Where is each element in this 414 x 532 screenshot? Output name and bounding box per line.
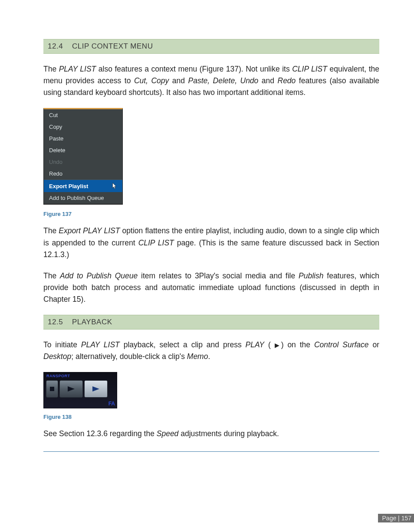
emphasis: CLIP LIST [138,238,174,247]
text-run: ( [264,340,275,349]
page-number: Page | 157 [378,514,414,522]
text-run: adjustments during playback. [178,429,279,438]
transport-figure: RANSPORT FA [43,372,117,408]
context-menu-figure: Cut Copy Paste Delete Undo Redo Export P… [43,108,123,205]
emphasis: Memo [187,352,208,361]
section-title: PLAYBACK [72,318,112,326]
stop-icon [50,387,54,391]
figure-caption-138: Figure 138 [43,414,379,420]
svg-marker-1 [68,386,75,392]
body-paragraph: The Export PLAY LIST option flattens the… [43,225,379,260]
cursor-icon [112,183,117,189]
body-paragraph: The Add to Publish Queue item relates to… [43,270,379,305]
menu-item-paste[interactable]: Paste [44,133,122,144]
emphasis: Paste, Delete, Undo [188,76,258,85]
section-number: 12.5 [48,318,63,326]
emphasis: Speed [157,429,179,438]
section-heading-12-5: 12.5 PLAYBACK [43,315,379,330]
fa-label: FA [108,401,115,407]
play-icon: ▶ [275,342,281,349]
stop-button[interactable] [46,380,58,398]
menu-item-export-playlist[interactable]: Export Playlist [44,180,122,192]
menu-item-delete[interactable]: Delete [44,144,122,156]
text-run: The [43,226,59,235]
menu-item-add-publish-queue[interactable]: Add to Publish Queue [44,192,122,204]
text-run: The [43,271,60,280]
body-paragraph: The PLAY LIST also features a context me… [43,63,379,98]
menu-item-undo: Undo [44,156,122,168]
menu-item-copy[interactable]: Copy [44,121,122,133]
text-run: ) on the [281,340,314,349]
emphasis: Export PLAY LIST [59,226,120,235]
menu-item-label: Export Playlist [49,183,88,189]
section-title: CLIP CONTEXT MENU [72,42,153,50]
emphasis: PLAY [246,340,264,349]
emphasis: Publish [299,271,323,280]
play-alt-button[interactable] [84,380,108,398]
svg-marker-2 [92,386,99,392]
text-run: The [43,65,59,73]
emphasis: PLAY LIST [81,340,120,349]
section-heading-12-4: 12.4 CLIP CONTEXT MENU [43,39,379,54]
text-run: . [208,352,210,361]
emphasis: Redo [278,76,296,85]
emphasis: Desktop [43,352,71,361]
transport-panel-label: RANSPORT [46,374,70,378]
body-paragraph: To initiate PLAY LIST playback, select a… [43,339,379,362]
section-number: 12.4 [48,42,63,50]
body-paragraph: See Section 12.3.6 regarding the Speed a… [43,428,379,440]
play-icon [68,386,75,392]
emphasis: CLIP LIST [292,65,327,73]
text-run: item relates to 3Play's social media and… [138,271,299,280]
menu-item-cut[interactable]: Cut [44,109,122,121]
emphasis: Control Surface [314,340,369,349]
menu-item-redo[interactable]: Redo [44,168,122,180]
play-button[interactable] [59,380,83,398]
text-run: To initiate [43,340,81,349]
emphasis: Add to Publish Queue [60,271,138,280]
figure-caption-137: Figure 137 [43,211,379,217]
text-run: also features a context menu (Figure 137… [96,65,292,73]
text-run: and [258,76,277,85]
text-run: and [169,76,188,85]
emphasis: PLAY LIST [59,65,96,73]
svg-rect-0 [50,387,54,391]
emphasis: Cut, Copy [134,76,169,85]
text-run: playback, select a clip and press [120,340,246,349]
play-icon [92,386,99,392]
footer-rule [43,451,379,452]
text-run: See Section 12.3.6 regarding the [43,429,157,438]
text-run: ; alternatively, double-click a clip's [71,352,187,361]
text-run: or [369,340,379,349]
transport-buttons [46,380,108,398]
